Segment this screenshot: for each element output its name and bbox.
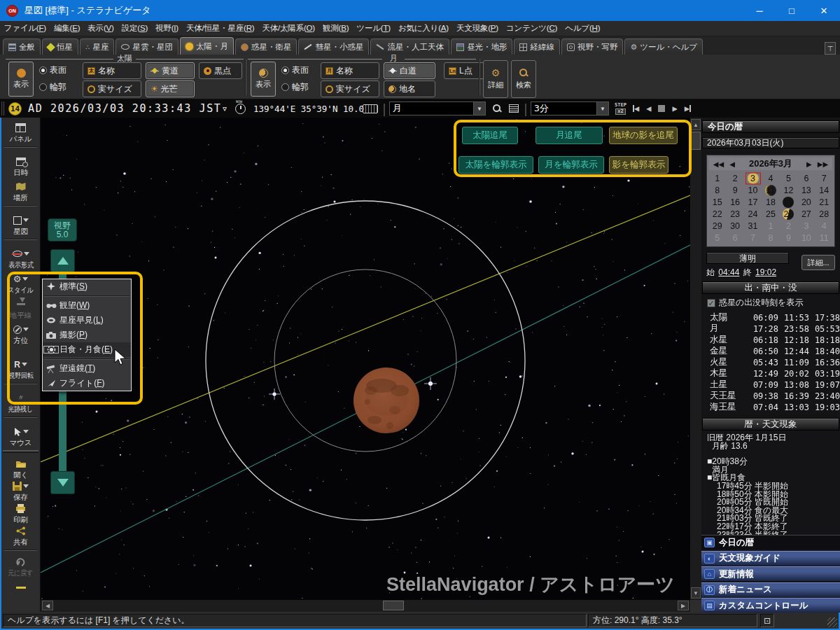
calendar-day-18[interactable]: 18 bbox=[762, 196, 779, 208]
calendar-day-21[interactable]: 21 bbox=[816, 196, 833, 208]
menu-item-撮影(P)[interactable]: 撮影(P) bbox=[43, 328, 131, 342]
menu-観測(B)[interactable]: 観測(B) bbox=[318, 23, 352, 34]
minimize-button[interactable]: ─ bbox=[743, 0, 776, 21]
menu-天体/太陽系(O)[interactable]: 天体/太陽系(O) bbox=[258, 23, 319, 34]
moon-outline-radio[interactable]: 輪郭 bbox=[281, 80, 309, 94]
tab-ツール・ヘルプ[interactable]: ⚙ツール・ヘルプ bbox=[624, 38, 703, 55]
menu-ヘルプ(H)[interactable]: ヘルプ(H) bbox=[561, 23, 604, 34]
scroll-left-button[interactable]: ◀ bbox=[42, 601, 53, 610]
sidebar-item-共有[interactable]: 共有 bbox=[1, 524, 40, 546]
l-point-button[interactable]: LnL点 bbox=[444, 62, 489, 79]
list-button[interactable] bbox=[509, 99, 519, 118]
sidebar-item-マウス[interactable]: マウス bbox=[1, 421, 40, 447]
zoom-in-button[interactable] bbox=[50, 249, 75, 272]
maximize-button[interactable]: □ bbox=[776, 0, 808, 21]
overlay-button-影を輪郭表示[interactable]: 影を輪郭表示 bbox=[609, 156, 668, 174]
star-map[interactable]: StellaNavigator / アストロアーツ 太陽追尾月追尾地球の影を追尾… bbox=[41, 118, 690, 600]
overlay-button-太陽を輪郭表示[interactable]: 太陽を輪郭表示 bbox=[458, 156, 533, 174]
calendar-day-11[interactable]: 11 bbox=[816, 232, 833, 244]
calendar-day-10[interactable]: 10 bbox=[744, 184, 762, 196]
calendar-day-26[interactable]: 26 bbox=[780, 208, 797, 220]
location-display[interactable]: 139°44'E 35°39'N 10.0 bbox=[253, 99, 364, 118]
scroll-down-button[interactable]: ▼ bbox=[691, 587, 701, 598]
calendar-day-31[interactable]: 31 bbox=[744, 220, 762, 232]
calendar-day-27[interactable]: 27 bbox=[797, 208, 815, 220]
menu-コンテンツ(C)[interactable]: コンテンツ(C) bbox=[502, 23, 561, 34]
calendar-day-14[interactable]: 14 bbox=[816, 184, 833, 196]
moon-show-button[interactable]: 表示 bbox=[251, 62, 276, 97]
calendar-day-7[interactable]: 7 bbox=[744, 232, 762, 244]
calendar-day-8[interactable]: 8 bbox=[708, 184, 726, 196]
overlay-button-地球の影を追尾[interactable]: 地球の影を追尾 bbox=[609, 127, 678, 144]
calendar-day-3[interactable]: 3 bbox=[744, 172, 762, 184]
ecliptic-button[interactable]: 黄道 bbox=[146, 62, 195, 79]
stop-button[interactable] bbox=[658, 105, 665, 112]
calendar-day-11[interactable]: 11 bbox=[762, 184, 779, 196]
menu-設定(S)[interactable]: 設定(S) bbox=[118, 23, 151, 34]
now-button[interactable] bbox=[235, 99, 246, 118]
search-button[interactable]: 検索 bbox=[511, 60, 536, 98]
sidebar-item-視野回転[interactable]: R視野回転 bbox=[1, 354, 40, 379]
calendar-day-24[interactable]: 24 bbox=[744, 208, 762, 220]
sidebar-item-保存[interactable]: 保存 bbox=[1, 479, 40, 501]
cal-next-month[interactable]: ▶ bbox=[806, 160, 812, 168]
menu-天体/恒星・星座(R)[interactable]: 天体/恒星・星座(R) bbox=[182, 23, 258, 34]
menu-item-日食・月食(E)[interactable]: 日食・月食(E) bbox=[43, 342, 131, 357]
tab-恒星[interactable]: 恒星 bbox=[42, 38, 78, 55]
tab-彗星・小惑星[interactable]: 彗星・小惑星 bbox=[298, 38, 369, 55]
step-button[interactable]: STEPx2 bbox=[615, 99, 626, 118]
twilight-start[interactable]: 04:44 bbox=[718, 267, 739, 277]
overlay-button-月を輪郭表示[interactable]: 月を輪郭表示 bbox=[538, 156, 604, 174]
dropdown-arrow[interactable]: ▼ bbox=[596, 102, 608, 115]
sun-show-button[interactable]: 表示 bbox=[8, 62, 34, 97]
calendar-day-9[interactable]: 9 bbox=[780, 232, 797, 244]
tab-星座[interactable]: ∴星座 bbox=[80, 38, 114, 55]
menu-item-標準(S)[interactable]: 標準(S) bbox=[43, 279, 131, 294]
find-button[interactable] bbox=[492, 99, 502, 118]
close-button[interactable]: ✕ bbox=[808, 0, 840, 21]
overlay-button-太陽追尾[interactable]: 太陽追尾 bbox=[462, 127, 518, 144]
calendar-day-10[interactable]: 10 bbox=[797, 232, 815, 244]
calendar-day-17[interactable]: 17 bbox=[744, 196, 762, 208]
tab-昼光・地形[interactable]: 昼光・地形 bbox=[451, 38, 513, 55]
datetime-display[interactable]: AD 2026/03/03 20:33:43 JST▿ bbox=[28, 99, 229, 118]
map-vertical-scrollbar[interactable]: ▲ ▼ bbox=[690, 118, 701, 600]
overlay-button-月追尾[interactable]: 月追尾 bbox=[536, 127, 603, 144]
calendar-day-12[interactable]: 12 bbox=[780, 184, 797, 196]
detail-button[interactable]: ⚙詳細 bbox=[483, 60, 508, 98]
panel-nav-今日の暦[interactable]: ▣今日の暦 bbox=[701, 535, 840, 550]
jump-end-button[interactable]: ▶ bbox=[685, 104, 691, 113]
tab-視野・写野[interactable]: 視野・写野 bbox=[561, 38, 624, 55]
sidebar-item-方位[interactable]: 方位 bbox=[1, 319, 40, 344]
sidebar-item-表示形式[interactable]: 表示形式 bbox=[1, 244, 40, 269]
calendar-day-19[interactable]: 19 bbox=[780, 196, 797, 208]
menu-item-星座早見(L)[interactable]: 星座早見(L) bbox=[43, 313, 131, 328]
calendar-day-28[interactable]: 28 bbox=[816, 208, 833, 220]
scroll-right-button[interactable]: ▶ bbox=[678, 601, 689, 610]
keyboard-button[interactable] bbox=[363, 99, 378, 118]
checkbox-checked[interactable]: ✓ bbox=[707, 299, 715, 307]
calendar-day-2[interactable]: 2 bbox=[780, 220, 797, 232]
cal-prev-month[interactable]: ◀ bbox=[729, 160, 735, 168]
menu-item-観望(W)[interactable]: 観望(W) bbox=[43, 298, 131, 313]
tab-太陽・月[interactable]: 太陽・月 bbox=[180, 37, 234, 55]
calendar-day-16[interactable]: 16 bbox=[726, 196, 743, 208]
menu-お気に入り(A)[interactable]: お気に入り(A) bbox=[394, 23, 452, 34]
resize-grip[interactable] bbox=[827, 617, 837, 627]
menu-ツール(T)[interactable]: ツール(T) bbox=[353, 23, 395, 34]
calendar-day-8[interactable]: 8 bbox=[762, 232, 779, 244]
calendar-day-3[interactable]: 3 bbox=[797, 220, 815, 232]
target-combo[interactable]: 月▼ bbox=[389, 102, 486, 115]
sidebar-item-印刷[interactable]: 印刷 bbox=[1, 501, 40, 524]
moon-realsize-button[interactable]: 実サイズ bbox=[321, 80, 379, 97]
twilight-detail-button[interactable]: 詳細... bbox=[802, 255, 835, 270]
calendar-day-2[interactable]: 2 bbox=[726, 172, 743, 184]
sunspot-button[interactable]: 黒点 bbox=[199, 62, 242, 79]
moon-surface-radio[interactable]: 表面 bbox=[281, 63, 309, 77]
calendar-day-29[interactable]: 29 bbox=[708, 220, 726, 232]
cal-next-year[interactable]: ▶▶ bbox=[818, 160, 828, 168]
tab-流星・人工天体[interactable]: 流星・人工天体 bbox=[370, 38, 449, 55]
moon-path-button[interactable]: 白道 bbox=[384, 62, 435, 79]
menu-表示(V)[interactable]: 表示(V) bbox=[84, 23, 118, 34]
hscroll-thumb[interactable] bbox=[383, 601, 404, 610]
